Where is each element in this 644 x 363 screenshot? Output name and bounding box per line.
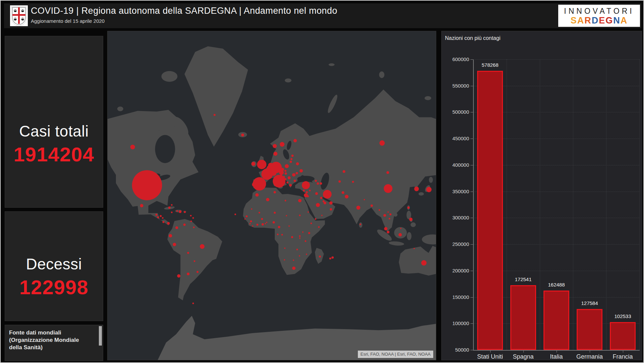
covid-case-dot[interactable] <box>298 199 302 202</box>
covid-case-dot[interactable] <box>196 271 198 273</box>
covid-case-dot[interactable] <box>379 209 380 211</box>
covid-case-dot[interactable] <box>167 222 170 225</box>
covid-case-dot[interactable] <box>272 221 275 223</box>
covid-case-dot[interactable] <box>329 258 331 260</box>
covid-case-dot[interactable] <box>316 203 320 207</box>
covid-case-dot[interactable] <box>323 190 332 199</box>
covid-case-dot[interactable] <box>306 254 307 255</box>
covid-case-dot[interactable] <box>296 172 298 174</box>
world-map[interactable] <box>108 31 436 360</box>
covid-case-dot[interactable] <box>287 176 291 179</box>
covid-case-dot[interactable] <box>383 214 386 217</box>
covid-case-dot[interactable] <box>324 202 326 204</box>
covid-case-dot[interactable] <box>299 238 301 239</box>
covid-case-dot[interactable] <box>315 192 318 195</box>
covid-case-dot[interactable] <box>259 212 260 213</box>
covid-case-dot[interactable] <box>296 249 298 250</box>
covid-case-dot[interactable] <box>171 204 173 206</box>
covid-case-dot[interactable] <box>386 171 389 174</box>
covid-case-dot[interactable] <box>303 190 305 192</box>
covid-case-dot[interactable] <box>407 206 410 209</box>
covid-case-dot[interactable] <box>265 223 266 224</box>
covid-case-dot[interactable] <box>273 144 277 148</box>
covid-case-dot[interactable] <box>273 191 276 194</box>
covid-case-dot[interactable] <box>169 234 172 238</box>
covid-case-dot[interactable] <box>284 172 287 175</box>
covid-case-dot[interactable] <box>187 273 190 275</box>
covid-case-dot[interactable] <box>364 199 365 200</box>
covid-case-dot[interactable] <box>308 211 309 213</box>
covid-case-dot[interactable] <box>251 162 255 166</box>
covid-case-dot[interactable] <box>389 213 391 215</box>
covid-case-dot[interactable] <box>330 208 332 210</box>
covid-case-dot[interactable] <box>421 260 427 266</box>
covid-case-dot[interactable] <box>173 243 176 246</box>
chart-bar[interactable] <box>543 291 569 350</box>
covid-case-dot[interactable] <box>291 155 294 157</box>
covid-case-dot[interactable] <box>184 211 186 213</box>
covid-case-dot[interactable] <box>294 139 297 142</box>
covid-case-dot[interactable] <box>315 218 316 220</box>
covid-case-dot[interactable] <box>293 260 294 261</box>
covid-case-dot[interactable] <box>246 215 248 217</box>
covid-case-dot[interactable] <box>300 169 303 172</box>
covid-case-dot[interactable] <box>256 224 258 226</box>
covid-case-dot[interactable] <box>389 218 390 219</box>
covid-case-dot[interactable] <box>286 215 287 216</box>
covid-case-dot[interactable] <box>177 274 181 278</box>
covid-case-dot[interactable] <box>315 180 317 182</box>
covid-case-dot[interactable] <box>305 240 306 242</box>
covid-case-dot[interactable] <box>200 244 204 249</box>
covid-case-dot[interactable] <box>387 211 389 213</box>
covid-case-dot[interactable] <box>356 206 360 210</box>
covid-case-dot[interactable] <box>384 184 392 193</box>
covid-case-dot[interactable] <box>291 158 293 160</box>
covid-case-dot[interactable] <box>299 214 301 216</box>
covid-case-dot[interactable] <box>320 183 322 185</box>
covid-case-dot[interactable] <box>292 267 296 270</box>
covid-case-dot[interactable] <box>284 178 286 180</box>
covid-case-dot[interactable] <box>252 225 253 227</box>
covid-case-dot[interactable] <box>253 177 266 191</box>
covid-case-dot[interactable] <box>194 260 195 262</box>
covid-case-dot[interactable] <box>291 236 293 238</box>
covid-case-dot[interactable] <box>294 180 296 182</box>
covid-case-dot[interactable] <box>190 215 192 216</box>
covid-case-dot[interactable] <box>317 183 319 185</box>
covid-case-dot[interactable] <box>308 232 310 234</box>
covid-case-dot[interactable] <box>176 210 178 212</box>
covid-case-dot[interactable] <box>306 191 308 193</box>
source-panel-scrollbar[interactable] <box>99 326 102 346</box>
covid-case-dot[interactable] <box>282 176 285 178</box>
covid-case-dot[interactable] <box>168 206 171 209</box>
covid-case-dot[interactable] <box>183 223 186 226</box>
covid-case-dot[interactable] <box>302 231 304 233</box>
covid-case-dot[interactable] <box>288 225 290 227</box>
covid-case-dot[interactable] <box>277 234 278 235</box>
covid-case-dot[interactable] <box>284 259 285 261</box>
covid-case-dot[interactable] <box>261 218 263 220</box>
covid-case-dot[interactable] <box>244 218 246 220</box>
covid-case-dot[interactable] <box>176 226 178 229</box>
covid-case-dot[interactable] <box>266 222 267 223</box>
chart-bar[interactable] <box>510 285 536 350</box>
covid-case-dot[interactable] <box>299 255 300 257</box>
covid-case-dot[interactable] <box>251 208 252 210</box>
covid-case-dot[interactable] <box>262 223 264 225</box>
covid-case-dot[interactable] <box>284 200 286 201</box>
chart-bar[interactable] <box>577 309 602 350</box>
covid-case-dot[interactable] <box>281 234 283 236</box>
covid-case-dot[interactable] <box>162 217 164 219</box>
covid-case-dot[interactable] <box>292 173 296 176</box>
covid-case-dot[interactable] <box>342 191 344 194</box>
covid-case-dot[interactable] <box>398 233 402 237</box>
covid-case-dot[interactable] <box>280 142 284 147</box>
chart-bar[interactable] <box>477 71 503 350</box>
covid-case-dot[interactable] <box>257 160 266 169</box>
covid-case-dot[interactable] <box>285 164 289 168</box>
covid-case-dot[interactable] <box>426 187 432 192</box>
covid-case-dot[interactable] <box>387 231 389 234</box>
chart-bar[interactable] <box>610 322 636 350</box>
covid-case-dot[interactable] <box>309 190 311 192</box>
covid-case-dot[interactable] <box>331 256 334 259</box>
